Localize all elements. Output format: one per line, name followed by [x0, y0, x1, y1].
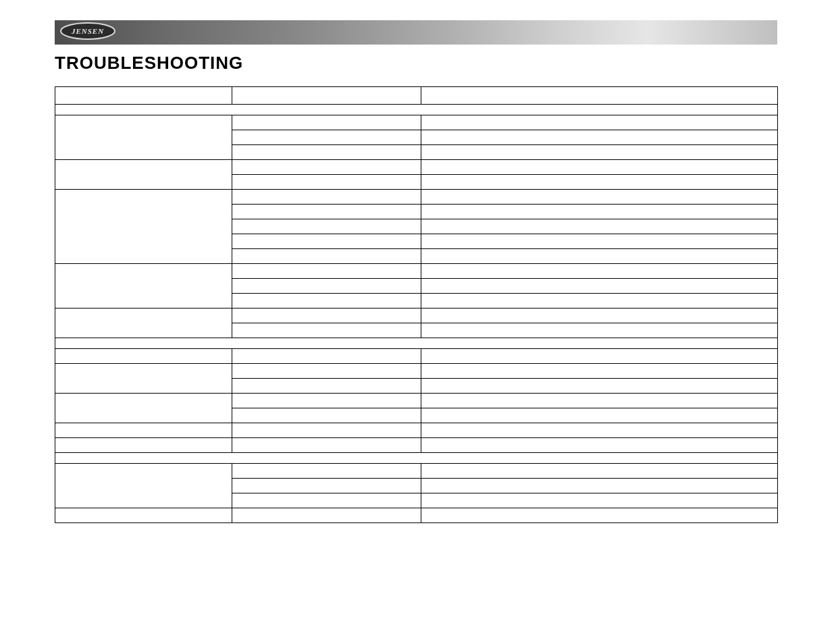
action-cell	[421, 264, 778, 279]
cause-cell	[232, 364, 421, 379]
table-header-row	[55, 87, 778, 105]
table-row	[55, 349, 778, 364]
cause-cell	[232, 279, 421, 294]
action-cell	[421, 175, 778, 190]
col-header-1	[55, 87, 232, 105]
cause-cell	[232, 294, 421, 308]
table-row	[55, 508, 778, 523]
cause-cell	[232, 160, 421, 175]
cause-cell	[232, 205, 421, 219]
problem-cell	[55, 394, 232, 423]
section-title	[55, 338, 778, 349]
problem-cell	[55, 190, 232, 264]
action-cell	[421, 249, 778, 264]
col-header-2	[232, 87, 421, 105]
action-cell	[421, 349, 778, 364]
problem-cell	[55, 264, 232, 308]
svg-text:JENSEN: JENSEN	[71, 27, 104, 35]
section-title	[55, 105, 778, 115]
action-cell	[421, 145, 778, 160]
cause-cell	[232, 130, 421, 145]
cause-cell	[232, 394, 421, 408]
action-cell	[421, 364, 778, 379]
problem-cell	[55, 349, 232, 364]
action-cell	[421, 423, 778, 438]
cause-cell	[232, 264, 421, 279]
action-cell	[421, 394, 778, 408]
cause-cell	[232, 219, 421, 234]
problem-cell	[55, 423, 232, 438]
action-cell	[421, 464, 778, 479]
action-cell	[421, 493, 778, 508]
cause-cell	[232, 508, 421, 523]
cause-cell	[232, 438, 421, 453]
action-cell	[421, 205, 778, 219]
cause-cell	[232, 423, 421, 438]
section-title	[55, 453, 778, 464]
problem-cell	[55, 508, 232, 523]
cause-cell	[232, 349, 421, 364]
cause-cell	[232, 408, 421, 423]
table-row	[55, 190, 778, 205]
action-cell	[421, 279, 778, 294]
cause-cell	[232, 323, 421, 338]
troubleshooting-table	[55, 86, 777, 523]
table-row	[55, 115, 778, 130]
cause-cell	[232, 145, 421, 160]
cause-cell	[232, 115, 421, 130]
action-cell	[421, 379, 778, 394]
col-header-3	[421, 87, 778, 105]
table-row	[55, 464, 778, 479]
cause-cell	[232, 175, 421, 190]
problem-cell	[55, 308, 232, 338]
action-cell	[421, 294, 778, 308]
action-cell	[421, 408, 778, 423]
section-row	[55, 338, 778, 349]
cause-cell	[232, 493, 421, 508]
cause-cell	[232, 234, 421, 249]
action-cell	[421, 190, 778, 205]
problem-cell	[55, 115, 232, 160]
cause-cell	[232, 249, 421, 264]
cause-cell	[232, 464, 421, 479]
action-cell	[421, 234, 778, 249]
section-row	[55, 105, 778, 115]
page-heading: TROUBLESHOOTING	[55, 53, 243, 74]
table-row	[55, 264, 778, 279]
action-cell	[421, 323, 778, 338]
table-row	[55, 438, 778, 453]
action-cell	[421, 115, 778, 130]
action-cell	[421, 219, 778, 234]
table-row	[55, 364, 778, 379]
problem-cell	[55, 438, 232, 453]
table-row	[55, 423, 778, 438]
section-row	[55, 453, 778, 464]
action-cell	[421, 479, 778, 493]
problem-cell	[55, 364, 232, 394]
table-row	[55, 308, 778, 323]
cause-cell	[232, 308, 421, 323]
table-row	[55, 394, 778, 408]
problem-cell	[55, 464, 232, 508]
jensen-logo: JENSEN	[60, 22, 115, 43]
cause-cell	[232, 379, 421, 394]
cause-cell	[232, 479, 421, 493]
cause-cell	[232, 190, 421, 205]
action-cell	[421, 308, 778, 323]
problem-cell	[55, 160, 232, 190]
action-cell	[421, 130, 778, 145]
action-cell	[421, 438, 778, 453]
action-cell	[421, 508, 778, 523]
top-banner: JENSEN	[55, 20, 777, 45]
action-cell	[421, 160, 778, 175]
table-row	[55, 160, 778, 175]
